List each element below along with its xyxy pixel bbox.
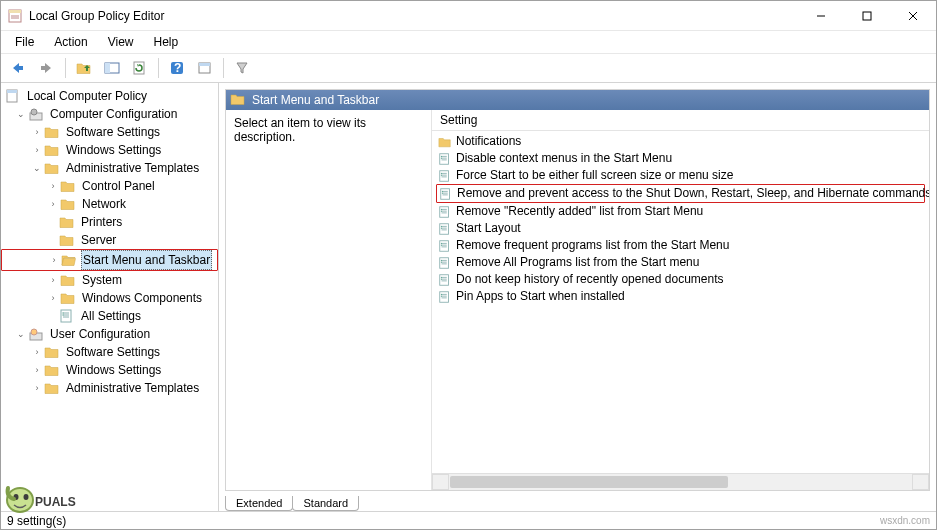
tree-pane[interactable]: Local Computer Policy ⌄ Computer Configu… (1, 83, 219, 511)
folder-icon (60, 273, 76, 287)
setting-label: Do not keep history of recently opened d… (456, 271, 724, 288)
menu-file[interactable]: File (7, 33, 42, 51)
setting-row[interactable]: Remove "Recently added" list from Start … (432, 203, 929, 220)
horizontal-scrollbar[interactable] (432, 473, 929, 490)
tree-control-panel[interactable]: › Control Panel (1, 177, 218, 195)
folder-icon (44, 363, 60, 377)
titlebar[interactable]: Local Group Policy Editor (1, 1, 936, 31)
folder-icon (59, 215, 75, 229)
maximize-button[interactable] (844, 1, 890, 31)
svg-rect-26 (199, 63, 210, 66)
setting-row[interactable]: Remove and prevent access to the Shut Do… (436, 184, 925, 203)
policy-icon (438, 290, 452, 304)
tree-label: Windows Components (80, 289, 204, 307)
setting-row[interactable]: Do not keep history of recently opened d… (432, 271, 929, 288)
setting-row[interactable]: Start Layout (432, 220, 929, 237)
menu-action[interactable]: Action (46, 33, 95, 51)
setting-row[interactable]: Pin Apps to Start when installed (432, 288, 929, 305)
tree-cc-windows[interactable]: › Windows Settings (1, 141, 218, 159)
tree-label: Server (79, 231, 118, 249)
setting-label: Force Start to be either full screen siz… (456, 167, 733, 184)
policy-icon (438, 256, 452, 270)
doc-icon (5, 89, 21, 103)
help-button[interactable]: ? (165, 57, 189, 79)
menu-view[interactable]: View (100, 33, 142, 51)
folder-icon (60, 197, 76, 211)
tree-cc-software[interactable]: › Software Settings (1, 123, 218, 141)
tree-uc-admin[interactable]: › Administrative Templates (1, 379, 218, 397)
minimize-button[interactable] (798, 1, 844, 31)
back-button[interactable] (7, 57, 31, 79)
up-button[interactable] (72, 57, 96, 79)
watermark: wsxdn.com (880, 515, 930, 526)
menubar: File Action View Help (1, 31, 936, 53)
setting-row[interactable]: Force Start to be either full screen siz… (432, 167, 929, 184)
policy-icon (438, 205, 452, 219)
expand-icon[interactable]: › (31, 144, 43, 156)
setting-row[interactable]: Remove All Programs list from the Start … (432, 254, 929, 271)
tree-label: Printers (79, 213, 124, 231)
folder-icon (44, 381, 60, 395)
setting-label: Pin Apps to Start when installed (456, 288, 625, 305)
tree-label: Administrative Templates (64, 379, 201, 397)
expand-icon[interactable]: › (31, 346, 43, 358)
folder-icon (44, 125, 60, 139)
expand-icon[interactable]: › (47, 180, 59, 192)
tree-uc-windows[interactable]: › Windows Settings (1, 361, 218, 379)
expand-icon[interactable]: › (31, 126, 43, 138)
description-prompt: Select an item to view its description. (234, 116, 366, 144)
setting-row[interactable]: Disable context menus in the Start Menu (432, 150, 929, 167)
settings-list[interactable]: NotificationsDisable context menus in th… (432, 131, 929, 473)
toolbar: ? (1, 53, 936, 83)
tree-label: Administrative Templates (64, 159, 201, 177)
tree-label: Control Panel (80, 177, 157, 195)
menu-help[interactable]: Help (146, 33, 187, 51)
close-button[interactable] (890, 1, 936, 31)
tree-user-config[interactable]: ⌄ User Configuration (1, 325, 218, 343)
tree-start-menu[interactable]: › Start Menu and Taskbar (1, 249, 218, 271)
tree-computer-config[interactable]: ⌄ Computer Configuration (1, 105, 218, 123)
setting-label: Start Layout (456, 220, 521, 237)
setting-row[interactable]: Remove frequent programs list from the S… (432, 237, 929, 254)
show-hide-tree-button[interactable] (100, 57, 124, 79)
expand-icon[interactable]: › (47, 198, 59, 210)
tree-all-settings[interactable]: All Settings (1, 307, 218, 325)
tree-windows-components[interactable]: › Windows Components (1, 289, 218, 307)
tree-label: Local Computer Policy (25, 87, 149, 105)
collapse-icon[interactable]: ⌄ (15, 328, 27, 340)
tree-server[interactable]: Server (1, 231, 218, 249)
setting-row[interactable]: Notifications (432, 133, 929, 150)
expand-icon[interactable]: › (31, 364, 43, 376)
pane-body: Select an item to view its description. … (226, 110, 929, 490)
column-header-setting[interactable]: Setting (432, 110, 929, 131)
collapse-icon[interactable]: ⌄ (15, 108, 27, 120)
tab-extended[interactable]: Extended (225, 496, 293, 511)
folder-icon (44, 143, 60, 157)
pane-header: Start Menu and Taskbar (226, 90, 929, 110)
policy-icon (438, 169, 452, 183)
right-pane: Start Menu and Taskbar Select an item to… (219, 83, 936, 511)
collapse-icon[interactable]: ⌄ (31, 162, 43, 174)
refresh-button[interactable] (128, 57, 152, 79)
tree-cc-admin[interactable]: ⌄ Administrative Templates (1, 159, 218, 177)
svg-rect-17 (863, 12, 871, 20)
setting-label: Notifications (456, 133, 521, 150)
svg-rect-13 (9, 10, 21, 13)
expand-icon[interactable]: › (48, 254, 60, 266)
folder-icon (230, 92, 246, 109)
expand-icon[interactable]: › (47, 292, 59, 304)
tree-printers[interactable]: Printers (1, 213, 218, 231)
tree-uc-software[interactable]: › Software Settings (1, 343, 218, 361)
properties-button[interactable] (193, 57, 217, 79)
tab-standard[interactable]: Standard (292, 496, 359, 511)
tree-network[interactable]: › Network (1, 195, 218, 213)
forward-button[interactable] (35, 57, 59, 79)
expand-icon[interactable]: › (47, 274, 59, 286)
statusbar: 9 setting(s) wsxdn.com (1, 511, 936, 529)
tree-root[interactable]: Local Computer Policy (1, 87, 218, 105)
tree-label: Windows Settings (64, 361, 163, 379)
tree-system[interactable]: › System (1, 271, 218, 289)
folder-icon (60, 179, 76, 193)
filter-button[interactable] (230, 57, 254, 79)
expand-icon[interactable]: › (31, 382, 43, 394)
